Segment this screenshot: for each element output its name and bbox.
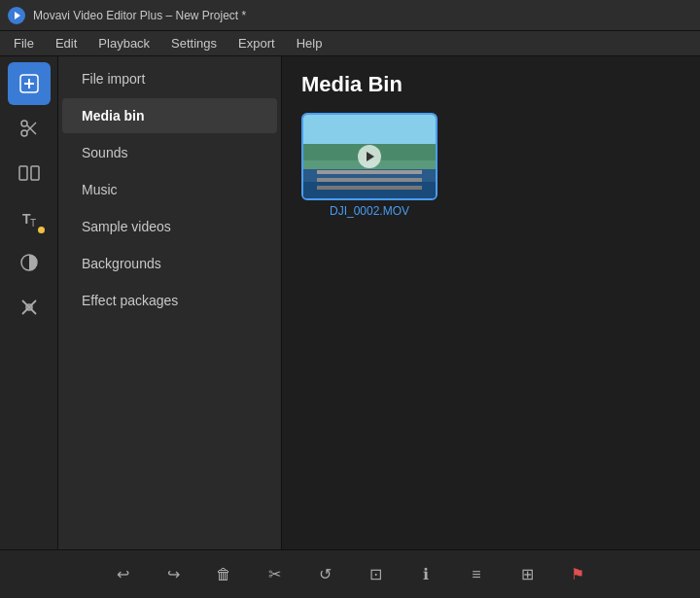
menu-item-help[interactable]: Help: [287, 34, 332, 53]
toolbar-settings[interactable]: [8, 286, 51, 329]
menu-item-settings[interactable]: Settings: [161, 34, 227, 53]
export-button[interactable]: ⊞: [511, 559, 542, 590]
rotate-button[interactable]: ↺: [309, 559, 340, 590]
toolbar-filter[interactable]: [8, 241, 51, 284]
sidebar-item-sample-videos[interactable]: Sample videos: [62, 209, 277, 244]
menu-item-export[interactable]: Export: [228, 34, 285, 53]
sidebar-item-effect-packages[interactable]: Effect packages: [62, 283, 277, 318]
toolbar-cut[interactable]: [8, 107, 51, 150]
menu-item-file[interactable]: File: [4, 34, 44, 53]
content-title: Media Bin: [301, 72, 681, 97]
delete-button[interactable]: 🗑: [208, 559, 239, 590]
main-area: T T File importMedia binSoundsMusicSampl…: [0, 56, 700, 549]
menu-bar: FileEditPlaybackSettingsExportHelp: [0, 31, 700, 56]
equalizer-button[interactable]: ≡: [461, 559, 492, 590]
sidebar: File importMedia binSoundsMusicSample vi…: [58, 56, 282, 549]
svg-rect-10: [31, 166, 39, 180]
svg-point-5: [21, 130, 27, 136]
media-filename: DJI_0002.MOV: [330, 204, 409, 218]
media-thumbnail: [301, 113, 438, 200]
cut-button[interactable]: ✂: [259, 559, 290, 590]
flag-button[interactable]: ⚑: [562, 559, 593, 590]
svg-text:T: T: [30, 218, 36, 229]
svg-rect-9: [19, 166, 27, 180]
play-overlay: [358, 145, 381, 168]
menu-item-playback[interactable]: Playback: [88, 34, 159, 53]
menu-item-edit[interactable]: Edit: [46, 34, 87, 53]
redo-button[interactable]: ↪: [158, 559, 189, 590]
sidebar-item-backgrounds[interactable]: Backgrounds: [62, 246, 277, 281]
content-area: Media Bin DJI_0002.MOV: [282, 56, 700, 549]
undo-button[interactable]: ↩: [107, 559, 138, 590]
properties-button[interactable]: ℹ: [410, 559, 441, 590]
sidebar-item-file-import[interactable]: File import: [62, 61, 277, 96]
sidebar-item-sounds[interactable]: Sounds: [62, 135, 277, 170]
toolbar-add-media[interactable]: [8, 62, 51, 105]
media-grid: DJI_0002.MOV: [301, 113, 681, 218]
app-icon: [8, 7, 25, 24]
title-bar: Movavi Video Editor Plus – New Project *: [0, 0, 700, 31]
toolbar-text[interactable]: T T: [8, 196, 51, 239]
notification-dot: [38, 227, 45, 233]
svg-point-6: [21, 121, 27, 126]
crop-button[interactable]: ⊡: [360, 559, 391, 590]
sidebar-item-music[interactable]: Music: [62, 172, 277, 207]
toolbar-split[interactable]: [8, 152, 51, 194]
media-item[interactable]: DJI_0002.MOV: [301, 113, 438, 218]
left-toolbar: T T: [0, 56, 58, 549]
sidebar-item-media-bin[interactable]: Media bin: [62, 98, 277, 133]
title-text: Movavi Video Editor Plus – New Project *: [33, 9, 246, 22]
bottom-toolbar: ↩↪🗑✂↺⊡ℹ≡⊞⚑: [0, 549, 700, 598]
